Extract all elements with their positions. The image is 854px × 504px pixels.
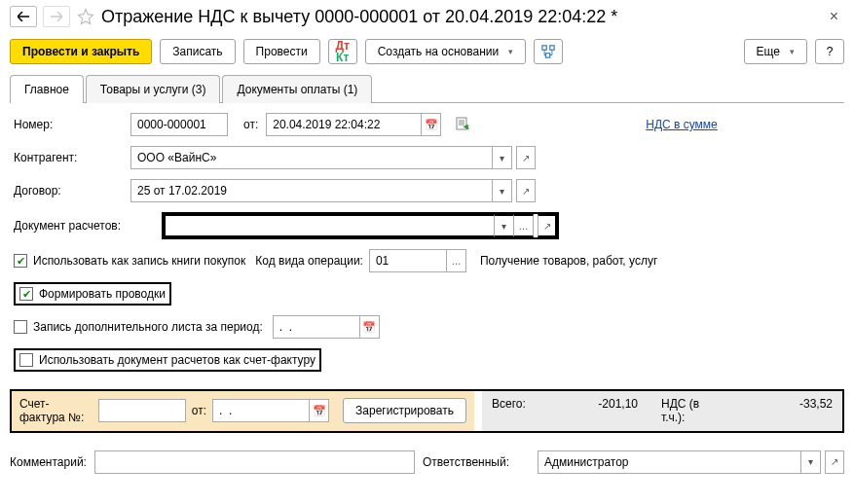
page-title: Отражение НДС к вычету 0000-000001 от 20… bbox=[101, 7, 818, 27]
calendar-icon bbox=[313, 404, 326, 417]
vat-value: -33,52 bbox=[700, 397, 833, 411]
dtkt-button[interactable]: ДтКт bbox=[328, 39, 357, 64]
form-entries-highlight: Формировать проводки bbox=[14, 282, 171, 306]
register-invoice-button[interactable]: Зарегистрировать bbox=[343, 398, 466, 423]
use-purchase-book-label: Использовать как запись книги покупок bbox=[33, 254, 245, 268]
invoice-number-input[interactable] bbox=[98, 399, 186, 422]
contract-input[interactable] bbox=[130, 179, 493, 202]
additional-sheet-label: Запись дополнительного листа за период: bbox=[33, 320, 263, 334]
invoice-block: Счет-фактура №: от: Зарегистрировать Все… bbox=[10, 389, 844, 433]
invoice-number-label: Счет-фактура №: bbox=[19, 397, 93, 425]
post-status-icon[interactable] bbox=[455, 116, 472, 133]
form-entries-checkbox[interactable] bbox=[19, 287, 33, 301]
svg-rect-1 bbox=[550, 46, 554, 50]
related-icon bbox=[541, 45, 555, 58]
calendar-button[interactable] bbox=[422, 113, 441, 136]
invoice-from-label: от: bbox=[192, 404, 206, 417]
vat-mode-link[interactable]: НДС в сумме bbox=[646, 118, 718, 131]
responsible-input[interactable] bbox=[538, 450, 801, 474]
related-docs-button[interactable] bbox=[534, 39, 563, 64]
post-button[interactable]: Провести bbox=[243, 39, 320, 64]
settlement-doc-input[interactable] bbox=[164, 214, 495, 237]
settlement-doc-highlight: ▾ … ↗ bbox=[162, 212, 559, 239]
create-based-on-button[interactable]: Создать на основании bbox=[365, 39, 527, 64]
number-input[interactable] bbox=[130, 113, 228, 136]
invoice-date-input[interactable] bbox=[212, 399, 310, 422]
op-code-select-button[interactable]: … bbox=[447, 249, 466, 272]
calendar-icon bbox=[425, 118, 438, 131]
nav-forward-button bbox=[43, 6, 70, 27]
save-button[interactable]: Записать bbox=[160, 39, 235, 64]
tab-payment-docs[interactable]: Документы оплаты (1) bbox=[222, 75, 372, 103]
additional-sheet-calendar-button[interactable] bbox=[360, 315, 380, 339]
use-doc-as-invoice-checkbox[interactable] bbox=[19, 353, 33, 367]
responsible-label: Ответственный: bbox=[423, 455, 530, 469]
calendar-icon bbox=[362, 320, 376, 334]
tab-main[interactable]: Главное bbox=[10, 75, 84, 103]
close-button[interactable]: × bbox=[824, 8, 844, 25]
settlement-doc-label: Документ расчетов: bbox=[14, 219, 162, 233]
additional-sheet-checkbox[interactable] bbox=[14, 320, 27, 334]
post-and-close-button[interactable]: Провести и закрыть bbox=[10, 39, 152, 64]
svg-rect-0 bbox=[542, 46, 546, 50]
tab-goods-services[interactable]: Товары и услуги (3) bbox=[86, 75, 221, 103]
use-doc-as-invoice-label: Использовать документ расчетов как счет-… bbox=[39, 353, 316, 367]
number-label: Номер: bbox=[14, 118, 130, 131]
contract-label: Договор: bbox=[14, 184, 130, 198]
comment-label: Комментарий: bbox=[10, 455, 87, 469]
use-purchase-book-checkbox[interactable] bbox=[14, 254, 27, 268]
date-input[interactable] bbox=[266, 113, 422, 136]
contract-open-button[interactable]: ↗ bbox=[516, 179, 536, 202]
responsible-open-button[interactable]: ↗ bbox=[825, 450, 844, 474]
more-button[interactable]: Еще bbox=[744, 39, 807, 64]
total-value: -201,10 bbox=[550, 397, 638, 411]
additional-sheet-date-input[interactable] bbox=[273, 315, 360, 339]
settlement-doc-select-button[interactable]: … bbox=[514, 214, 534, 237]
arrow-right-icon bbox=[51, 12, 62, 21]
settlement-doc-dropdown-button[interactable]: ▾ bbox=[495, 214, 514, 237]
op-code-label: Код вида операции: bbox=[255, 254, 363, 268]
svg-rect-2 bbox=[546, 54, 550, 57]
comment-input[interactable] bbox=[94, 450, 415, 474]
invoice-calendar-button[interactable] bbox=[310, 399, 329, 422]
nav-back-button[interactable] bbox=[10, 6, 37, 27]
contractor-dropdown-button[interactable]: ▾ bbox=[493, 146, 512, 169]
contractor-input[interactable] bbox=[130, 146, 493, 169]
arrow-left-icon bbox=[18, 12, 29, 21]
contractor-label: Контрагент: bbox=[14, 151, 130, 164]
op-code-input[interactable] bbox=[369, 249, 447, 272]
op-code-description: Получение товаров, работ, услуг bbox=[480, 254, 657, 268]
help-button[interactable]: ? bbox=[815, 39, 844, 64]
contract-dropdown-button[interactable]: ▾ bbox=[493, 179, 512, 202]
dtkt-icon: ДтКт bbox=[335, 40, 349, 63]
responsible-dropdown-button[interactable]: ▾ bbox=[801, 450, 821, 474]
form-entries-label: Формировать проводки bbox=[39, 287, 166, 301]
contractor-open-button[interactable]: ↗ bbox=[516, 146, 536, 169]
favorite-star-icon[interactable] bbox=[76, 7, 95, 26]
vat-label: НДС (в т.ч.): bbox=[661, 397, 700, 424]
settlement-doc-open-button[interactable]: ↗ bbox=[538, 214, 557, 237]
total-label: Всего: bbox=[492, 397, 550, 411]
use-doc-as-invoice-highlight: Использовать документ расчетов как счет-… bbox=[14, 348, 321, 372]
from-label: от: bbox=[243, 118, 258, 131]
